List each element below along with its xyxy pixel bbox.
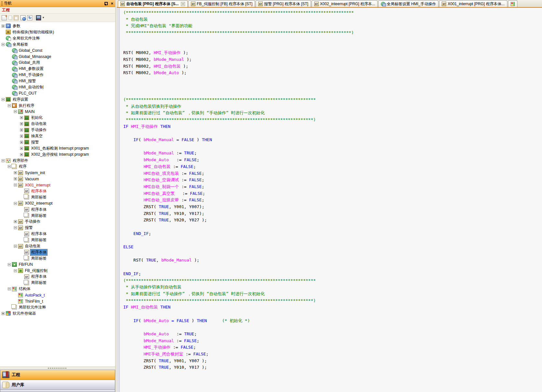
code-line[interactable]: ****************************************… xyxy=(123,297,542,304)
collapse-icon[interactable]: − xyxy=(8,104,11,107)
collapse-icon[interactable]: − xyxy=(2,43,5,46)
code-line[interactable] xyxy=(123,36,542,43)
code-line[interactable]: (***************************************… xyxy=(123,96,542,103)
document-tab[interactable]: STFB_伺服控制 [FB] 程序本体 [ST] xyxy=(188,0,255,7)
tree-item[interactable]: ST程序本体 xyxy=(0,207,115,213)
code-line[interactable]: ELSE xyxy=(123,244,542,251)
code-line[interactable]: END_IF; xyxy=(123,271,542,277)
code-line[interactable]: ZRST( TRUE, Y001, Y007); xyxy=(123,204,542,210)
collapse-icon[interactable]: − xyxy=(14,184,17,186)
tree-item[interactable]: 局部标签 xyxy=(0,255,115,262)
code-line[interactable]: HMI自动_真空泵 := FALSE; xyxy=(123,190,542,197)
new-data-icon[interactable] xyxy=(2,15,7,20)
tree-item[interactable]: +自动包装 xyxy=(0,121,115,127)
tree-item[interactable]: 局部标签 xyxy=(0,213,115,219)
tree-item[interactable]: 局部软元件注释 xyxy=(0,304,115,310)
code-line[interactable]: IF HMI_手动操作 THEN xyxy=(123,123,542,130)
expand-icon[interactable]: + xyxy=(20,135,23,138)
tree-item[interactable]: −FB_伺服控制 xyxy=(0,268,115,274)
tree-item[interactable]: −STX002_inteerrupt xyxy=(0,200,115,207)
code-line[interactable]: ZRST( TRUE, Y020, Y027 ); xyxy=(123,217,542,224)
code-line[interactable]: END_IF; xyxy=(123,230,542,237)
code-line[interactable]: HMI_手动操作 := FALSE; xyxy=(123,344,542,351)
paste-icon[interactable] xyxy=(14,15,19,20)
expand-icon[interactable]: + xyxy=(2,312,5,315)
tree-item[interactable]: −STX001_interrupt xyxy=(0,182,115,188)
tree-item[interactable]: +手动操作 xyxy=(0,127,115,133)
st-editor[interactable]: (***************************************… xyxy=(117,8,542,392)
tree-item[interactable]: −执行程序 xyxy=(0,103,115,109)
code-line[interactable]: * 从手动操作切换到自动包装 xyxy=(123,284,542,291)
collapse-icon[interactable]: − xyxy=(8,287,11,290)
tree-item[interactable]: +X001_色标检测 Interrupt program xyxy=(0,145,115,151)
tree-item[interactable]: −结构体 xyxy=(0,286,115,292)
code-line[interactable]: ZRST( TRUE, Y001, Y007 ); xyxy=(123,358,542,364)
code-line[interactable]: HMI_自动包装 := FALSE; xyxy=(123,163,542,170)
code-line[interactable]: HMI自动_拉膜皮带 := FALSE; xyxy=(123,197,542,204)
code-line[interactable] xyxy=(123,251,542,257)
pin-icon[interactable] xyxy=(104,2,107,6)
code-line[interactable]: * 如果前面进行过 “手动操作” ，切换到 “自动包装” 时进行一次初始化 xyxy=(123,291,542,297)
document-tab[interactable] xyxy=(508,0,517,7)
collapse-icon[interactable]: − xyxy=(2,98,5,101)
tree-item[interactable]: −MAIN xyxy=(0,108,115,115)
close-icon[interactable]: × xyxy=(110,2,114,6)
user-library-button[interactable]: 用户库 xyxy=(0,380,115,390)
code-line[interactable] xyxy=(123,90,542,96)
tree-item[interactable]: AutoPack_t xyxy=(0,292,115,298)
tree-item[interactable]: −全局标签 xyxy=(0,41,115,48)
refresh-icon[interactable]: ↻ xyxy=(27,15,32,20)
tree-item[interactable]: +初始化 xyxy=(0,115,115,121)
collapse-icon[interactable]: − xyxy=(2,159,5,162)
collapse-icon[interactable]: − xyxy=(8,263,11,266)
document-tab[interactable]: STX001_interrupt [PRG] 程序本体... xyxy=(439,0,507,7)
code-line[interactable]: RST( M8002, bMode_Manual ); xyxy=(123,56,542,63)
code-line[interactable] xyxy=(123,43,542,50)
code-line[interactable]: HMI自动_空袋调试 := FALSE; xyxy=(123,177,542,184)
code-line[interactable]: IF HMI_自动包装 THEN xyxy=(123,304,542,311)
collapse-icon[interactable]: − xyxy=(8,165,11,168)
code-line[interactable] xyxy=(123,83,542,90)
code-line[interactable] xyxy=(123,224,542,230)
tree-item[interactable]: Global_Const xyxy=(0,48,115,54)
code-line[interactable]: ZRST( TRUE, Y010, Y017); xyxy=(123,210,542,217)
tree-item[interactable]: ST程序本体 xyxy=(0,188,115,194)
expand-icon[interactable]: + xyxy=(20,153,23,156)
tree-item[interactable]: +参数 xyxy=(0,23,115,29)
code-line[interactable]: bMode_Manual := FALSE; xyxy=(123,338,542,344)
code-line[interactable] xyxy=(123,264,542,271)
collapse-icon[interactable]: − xyxy=(14,245,17,248)
code-line[interactable] xyxy=(123,130,542,137)
tree-item[interactable]: −ST自动包装 xyxy=(0,243,115,249)
code-line[interactable] xyxy=(123,324,542,331)
splitter-handle[interactable] xyxy=(0,366,115,370)
document-tab[interactable]: STX002_inteerrupt [PRG] 程序本... xyxy=(312,0,378,7)
data-security-icon[interactable] xyxy=(20,15,26,20)
collapse-icon[interactable]: − xyxy=(14,226,17,229)
tree-item[interactable]: +X002_急停按钮 Interrupt program xyxy=(0,151,115,158)
code-line[interactable]: IF( bMode_Manual = FALSE ) THEN xyxy=(123,137,542,143)
expand-icon[interactable]: + xyxy=(20,147,23,150)
code-content[interactable]: (***************************************… xyxy=(120,8,542,392)
tree-item[interactable]: 局部标签 xyxy=(0,237,115,243)
tree-item[interactable]: +STVacuum xyxy=(0,176,115,182)
code-line[interactable]: HMI手动_闭合横封室 := FALSE; xyxy=(123,351,542,358)
tree-item[interactable]: HMI_参数设置 xyxy=(0,66,115,72)
code-line[interactable]: (***************************************… xyxy=(123,277,542,284)
tree-item[interactable]: HMI_报警 xyxy=(0,78,115,84)
code-line[interactable] xyxy=(123,237,542,244)
collapsed-view-strip[interactable] xyxy=(0,390,115,392)
tree-item[interactable]: −FB/FUN xyxy=(0,262,115,268)
tree-item[interactable]: +STSystem_init xyxy=(0,170,115,176)
expand-icon[interactable]: + xyxy=(14,177,17,180)
code-line[interactable]: RST( M8002, HMI_手动操作 ); xyxy=(123,50,542,56)
tree-item[interactable]: ST程序本体 xyxy=(0,249,115,255)
expand-icon[interactable]: + xyxy=(20,129,23,131)
expand-icon[interactable]: + xyxy=(20,116,23,119)
tab-close-icon[interactable]: × xyxy=(181,2,185,6)
drag-grip-icon[interactable] xyxy=(1,1,3,6)
collapse-icon[interactable]: − xyxy=(14,269,17,272)
tree-item[interactable]: +软元件存储器 xyxy=(0,310,115,317)
tree-item[interactable]: 特殊模块(智能功能模块) xyxy=(0,29,115,35)
code-line[interactable]: RST( TRUE, bMode_Manual ); xyxy=(123,257,542,264)
